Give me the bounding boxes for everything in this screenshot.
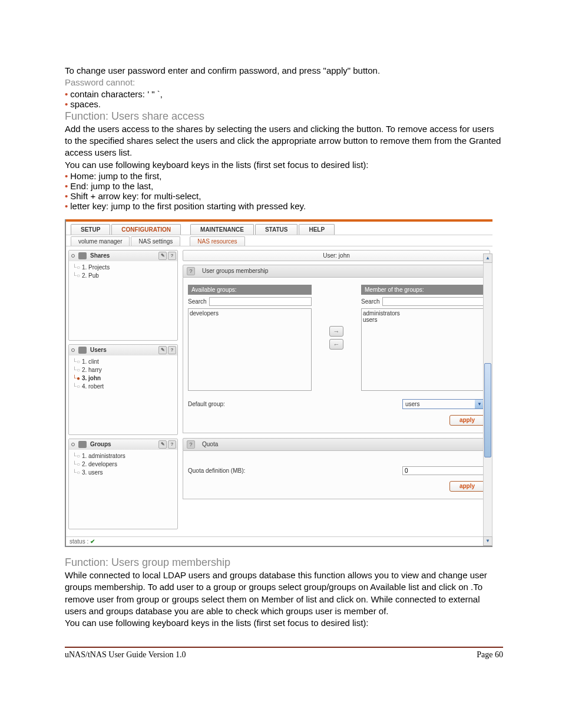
apply-button[interactable]: apply	[449, 481, 485, 492]
subtab-volume-manager[interactable]: volume manager	[71, 236, 130, 246]
tree-item[interactable]: 2. harry	[72, 366, 174, 374]
sub-tabs: volume manager NAS settings NAS resource…	[66, 235, 492, 246]
bullet-item: •contain characters: ' " `,	[65, 89, 503, 99]
section-heading: Function: Users group membership	[65, 555, 503, 569]
shares-icon	[78, 252, 87, 259]
users-panel: Users ✎ ? 1. clint 2. harry 3. john 4. r…	[68, 344, 178, 435]
page-footer: uNAS/tNAS User Guide Version 1.0 Page 60	[65, 647, 503, 660]
users-icon	[78, 347, 87, 354]
share-access-paragraph: Add the users access to the shares by se…	[65, 123, 503, 159]
bullet-item: •letter key: jump to the first position …	[65, 201, 503, 211]
doc-body: To change user password enter and confir…	[65, 65, 503, 660]
member-search-input[interactable]	[382, 297, 485, 306]
search-label: Search	[361, 298, 380, 305]
default-group-select[interactable]: users ▼	[402, 399, 485, 409]
tree-item[interactable]: 1. clint	[72, 358, 174, 366]
tree-item[interactable]: 3. users	[72, 469, 174, 477]
apply-button[interactable]: apply	[449, 415, 485, 426]
subtab-nas-settings[interactable]: NAS settings	[131, 236, 180, 246]
main-tabs: SETUP CONFIGURATION MAINTENANCE STATUS H…	[66, 222, 492, 235]
default-group-label: Default group:	[188, 401, 225, 407]
available-search-input[interactable]	[209, 297, 312, 306]
shares-panel: Shares ✎ ? 1. Projects 2. Pub	[68, 250, 178, 341]
available-listbox[interactable]: developers	[188, 308, 312, 391]
scroll-thumb[interactable]	[484, 363, 491, 457]
help-icon[interactable]: ?	[187, 267, 195, 275]
vertical-scrollbar[interactable]: ▲ ▼	[483, 253, 492, 536]
check-icon: ✔	[90, 538, 95, 545]
password-cannot-heading: Password cannot:	[65, 77, 503, 88]
tree-item[interactable]: 1. administrators	[72, 452, 174, 460]
list-item[interactable]: administrators	[363, 310, 483, 317]
wrench-icon[interactable]: ✎	[158, 252, 167, 260]
quota-input[interactable]	[402, 466, 485, 475]
membership-header: ? User groups membership	[183, 265, 490, 278]
tree-item[interactable]: 4. robert	[72, 383, 174, 391]
footer-right: Page 60	[477, 650, 503, 660]
share-access-paragraph: You can use following keyboard keys in t…	[65, 159, 503, 171]
tree-item[interactable]: 2. Pub	[72, 272, 174, 280]
tab-maintenance[interactable]: MAINTENANCE	[190, 224, 254, 235]
nas-screenshot: SETUP CONFIGURATION MAINTENANCE STATUS H…	[65, 219, 492, 547]
wrench-icon[interactable]: ✎	[158, 346, 167, 354]
scroll-up-button[interactable]: ▲	[483, 253, 492, 263]
group-membership-paragraph: You can use following keyboard keys in t…	[65, 617, 503, 629]
membership-body: Available groups: Search developers →	[183, 278, 490, 433]
groups-panel: Groups ✎ ? 1. administrators 2. develope…	[68, 439, 178, 529]
list-item[interactable]: users	[363, 317, 483, 323]
footer-left: uNAS/tNAS User Guide Version 1.0	[65, 650, 186, 660]
help-icon[interactable]: ?	[168, 252, 176, 260]
tree-item-selected[interactable]: 3. john	[72, 374, 174, 383]
tab-help[interactable]: HELP	[299, 224, 335, 235]
tree-item[interactable]: 1. Projects	[72, 263, 174, 272]
intro-line: To change user password enter and confir…	[65, 65, 503, 77]
collapse-icon[interactable]	[71, 348, 75, 352]
add-arrow-button[interactable]: →	[329, 326, 343, 337]
help-icon[interactable]: ?	[168, 440, 176, 449]
bullet-item: •End: jump to the last,	[65, 181, 503, 191]
bullet-item: •Shift + arrow key: for multi-select,	[65, 191, 503, 201]
tab-configuration[interactable]: CONFIGURATION	[111, 224, 181, 235]
wrench-icon[interactable]: ✎	[158, 440, 167, 449]
bullet-item: •Home: jump to the first,	[65, 171, 503, 181]
main-pane: User: john ? User groups membership Avai…	[180, 246, 492, 536]
list-item[interactable]: developers	[190, 310, 310, 317]
help-icon[interactable]: ?	[187, 440, 195, 449]
search-label: Search	[188, 298, 207, 305]
tab-setup[interactable]: SETUP	[71, 224, 110, 235]
shares-title: Shares	[90, 252, 110, 259]
user-title: User: john	[183, 250, 490, 261]
tree-item[interactable]: 2. developers	[72, 460, 174, 469]
groups-icon	[78, 441, 87, 448]
status-bar: status : ✔	[66, 536, 492, 546]
member-label: Member of the groups:	[361, 285, 485, 295]
member-listbox[interactable]: administrators users	[361, 308, 485, 391]
groups-title: Groups	[90, 441, 111, 447]
subtab-nas-resources[interactable]: NAS resources	[190, 236, 244, 246]
quota-title: Quota	[202, 441, 218, 447]
collapse-icon[interactable]	[71, 443, 75, 446]
available-label: Available groups:	[188, 285, 312, 295]
help-icon[interactable]: ?	[168, 346, 176, 354]
bullet-item: •spaces.	[65, 99, 503, 109]
quota-label: Quota definition (MB):	[188, 467, 245, 474]
sidebar: Shares ✎ ? 1. Projects 2. Pub	[66, 246, 180, 536]
quota-header: ? Quota	[183, 438, 490, 451]
quota-body: Quota definition (MB): apply	[183, 451, 490, 499]
users-title: Users	[90, 347, 107, 353]
section-heading: Function: Users share access	[65, 109, 503, 123]
remove-arrow-button[interactable]: ←	[329, 339, 343, 350]
group-membership-paragraph: While connected to local LDAP users and …	[65, 569, 503, 617]
tab-status[interactable]: STATUS	[255, 224, 298, 235]
collapse-icon[interactable]	[71, 254, 75, 258]
membership-title: User groups membership	[202, 268, 268, 274]
